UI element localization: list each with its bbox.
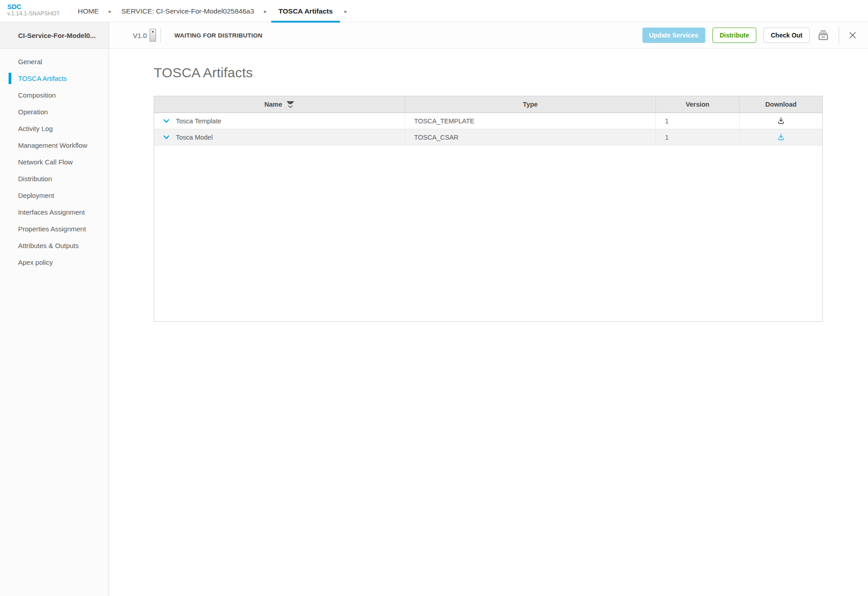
main-content: TOSCA Artifacts Name Type Version Downlo…: [109, 49, 868, 596]
breadcrumb-separator-icon: ▸: [264, 8, 267, 14]
download-icon[interactable]: [776, 132, 786, 142]
breadcrumb-separator-icon: ▸: [109, 8, 112, 14]
version-spinner[interactable]: ▼: [150, 29, 156, 42]
sort-triangle-icon: [286, 101, 294, 104]
workspace-header: CI-Service-For-Model0... V1.0 ▼ WAITING …: [0, 22, 868, 49]
breadcrumb-tosca-artifacts[interactable]: TOSCA Artifacts: [271, 0, 340, 22]
artifact-name-cell: Tosca Template: [154, 113, 405, 129]
breadcrumb-separator-icon: ▸: [344, 8, 347, 14]
workspace-toolbar: V1.0 ▼ WAITING FOR DISTRIBUTION Update S…: [109, 22, 868, 49]
sdc-logo[interactable]: SDC v.1.14.1-SNAPSHOT: [7, 3, 60, 17]
sidebar-item-tosca-artifacts[interactable]: TOSCA Artifacts: [0, 70, 108, 87]
column-header-name[interactable]: Name: [154, 96, 405, 113]
sidebar-item-attributes-outputs[interactable]: Attributes & Outputs: [0, 237, 108, 254]
download-icon[interactable]: [776, 116, 786, 126]
artifact-version: 1: [656, 129, 740, 145]
sort-icon[interactable]: [286, 101, 294, 108]
check-out-button[interactable]: Check Out: [764, 28, 810, 43]
column-header-name-label: Name: [264, 101, 283, 108]
sidebar-item-properties-assignment[interactable]: Properties Assignment: [0, 221, 108, 237]
app-version: v.1.14.1-SNAPSHOT: [7, 10, 60, 17]
header-actions: Update Services Distribute Check Out: [642, 26, 868, 45]
column-header-type[interactable]: Type: [405, 96, 656, 113]
page-title: TOSCA Artifacts: [154, 65, 253, 80]
sidebar-item-apex-policy[interactable]: Apex policy: [0, 254, 108, 271]
breadcrumb-home[interactable]: HOME: [72, 0, 104, 22]
table-empty-area: [154, 145, 822, 321]
sidebar-item-general[interactable]: General: [0, 53, 108, 70]
left-sidebar: General TOSCA Artifacts Composition Oper…: [0, 49, 109, 596]
header-divider: [839, 26, 839, 45]
column-header-download[interactable]: Download: [740, 96, 822, 113]
sidebar-item-management-workflow[interactable]: Management Workflow: [0, 137, 108, 154]
table-header-row: Name Type Version Download: [154, 96, 822, 113]
sidebar-menu: General TOSCA Artifacts Composition Oper…: [0, 49, 108, 271]
artifact-download-cell: [740, 129, 822, 145]
print-archive-icon[interactable]: [817, 29, 830, 42]
entity-name: CI-Service-For-Model0...: [0, 22, 109, 49]
column-header-download-label: Download: [765, 101, 797, 108]
sidebar-item-interfaces-assignment[interactable]: Interfaces Assignment: [0, 204, 108, 221]
sidebar-item-distribution[interactable]: Distribution: [0, 170, 108, 187]
tosca-artifacts-table: Name Type Version Download: [154, 96, 823, 322]
artifact-name-cell: Tosca Model: [154, 129, 405, 145]
update-services-button[interactable]: Update Services: [642, 28, 705, 43]
artifact-name: Tosca Model: [176, 134, 212, 141]
artifact-type: TOSCA_CSAR: [405, 129, 656, 145]
version-label: V1.0: [133, 32, 147, 39]
column-header-type-label: Type: [523, 101, 538, 108]
artifact-name: Tosca Template: [176, 117, 221, 125]
spinner-down-icon: ▼: [151, 29, 154, 35]
top-nav-bar: SDC v.1.14.1-SNAPSHOT HOME ▸ SERVICE: CI…: [0, 0, 868, 22]
expand-chevron-icon[interactable]: [162, 133, 170, 141]
sidebar-item-deployment[interactable]: Deployment: [0, 187, 108, 204]
sort-chevron-icon: [288, 105, 293, 108]
app-name: SDC: [7, 3, 60, 10]
sidebar-item-operation[interactable]: Operation: [0, 103, 108, 120]
lifecycle-status: WAITING FOR DISTRIBUTION: [175, 32, 263, 39]
column-header-version-label: Version: [686, 101, 709, 108]
table-row-tosca-model: Tosca Model TOSCA_CSAR 1: [154, 129, 822, 145]
artifact-type: TOSCA_TEMPLATE: [405, 113, 656, 129]
artifact-download-cell: [740, 113, 822, 129]
expand-chevron-icon[interactable]: [162, 117, 170, 125]
breadcrumb: HOME ▸ SERVICE: CI-Service-For-Model0258…: [72, 0, 352, 22]
table-row-tosca-template: Tosca Template TOSCA_TEMPLATE 1: [154, 113, 822, 129]
sidebar-item-network-call-flow[interactable]: Network Call Flow: [0, 154, 108, 170]
column-header-version[interactable]: Version: [656, 96, 740, 113]
version-selector[interactable]: V1.0 ▼: [133, 29, 156, 42]
sidebar-item-activity-log[interactable]: Activity Log: [0, 120, 108, 137]
artifact-version: 1: [656, 113, 740, 129]
sidebar-item-composition[interactable]: Composition: [0, 87, 108, 103]
distribute-button[interactable]: Distribute: [712, 28, 756, 43]
header-divider: [160, 28, 161, 43]
breadcrumb-service[interactable]: SERVICE: CI-Service-For-Model025846a3: [116, 0, 259, 22]
close-icon[interactable]: [848, 31, 857, 40]
